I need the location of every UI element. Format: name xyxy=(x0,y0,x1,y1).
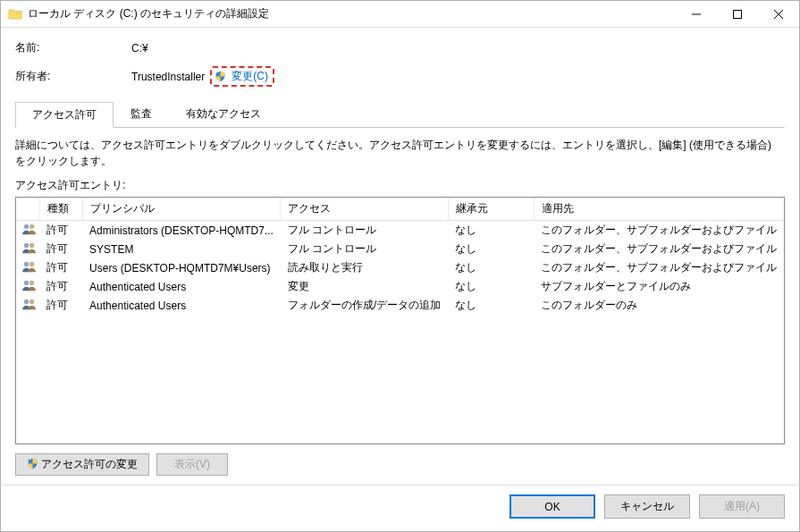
permission-entry-row[interactable]: 許可Administrators (DESKTOP-HQMTD7...フル コン… xyxy=(16,221,784,241)
change-owner-label: 変更(C) xyxy=(232,69,268,84)
maximize-button[interactable] xyxy=(717,1,758,28)
shield-icon xyxy=(215,71,226,82)
cell-type: 許可 xyxy=(39,221,82,241)
permission-entry-row[interactable]: 許可Authenticated Usersフォルダーの作成/データの追加なしこの… xyxy=(16,296,784,315)
ok-button[interactable]: OK xyxy=(509,494,595,519)
tab-effective-access[interactable]: 有効なアクセス xyxy=(169,101,278,127)
users-icon xyxy=(21,298,36,310)
cell-type: 許可 xyxy=(39,240,82,258)
svg-point-8 xyxy=(29,281,34,285)
dialog-footer: OK キャンセル 適用(A) xyxy=(1,486,799,531)
svg-point-5 xyxy=(24,262,29,266)
cell-access: フル コントロール xyxy=(281,240,448,258)
owner-label: 所有者: xyxy=(15,69,131,84)
cell-inherited: なし xyxy=(448,221,534,241)
cancel-button[interactable]: キャンセル xyxy=(604,494,690,519)
header-row: 種類 プリンシパル アクセス 継承元 適用先 xyxy=(16,198,784,221)
cell-principal: Administrators (DESKTOP-HQMTD7... xyxy=(82,221,281,241)
action-row: アクセス許可の変更 表示(V) xyxy=(15,453,785,476)
col-access[interactable]: アクセス xyxy=(281,198,448,221)
advanced-security-window: ローカル ディスク (C:) のセキュリティの詳細設定 名前: C:¥ 所有者:… xyxy=(0,0,800,532)
cell-inherited: なし xyxy=(448,258,534,277)
apply-button[interactable]: 適用(A) xyxy=(699,494,785,519)
name-value: C:¥ xyxy=(131,42,148,55)
minimize-button[interactable] xyxy=(676,1,717,28)
cell-applies: このフォルダー、サブフォルダーおよびファイル xyxy=(534,240,784,258)
col-applies[interactable]: 適用先 xyxy=(534,198,784,221)
owner-value: TrustedInstaller xyxy=(131,71,205,83)
col-icon[interactable] xyxy=(16,198,39,221)
cell-applies: このフォルダー、サブフォルダーおよびファイル xyxy=(534,258,784,277)
cell-applies: このフォルダーのみ xyxy=(534,296,784,315)
titlebar: ローカル ディスク (C:) のセキュリティの詳細設定 xyxy=(1,1,799,28)
tab-auditing[interactable]: 監査 xyxy=(114,101,169,127)
col-inherited[interactable]: 継承元 xyxy=(448,198,534,221)
svg-point-4 xyxy=(29,243,34,248)
tabstrip: アクセス許可 監査 有効なアクセス xyxy=(15,101,785,128)
change-owner-highlight: 変更(C) xyxy=(210,66,274,87)
entries-label: アクセス許可エントリ: xyxy=(15,178,785,193)
cell-inherited: なし xyxy=(448,240,534,258)
users-icon xyxy=(21,223,36,235)
svg-point-9 xyxy=(24,300,29,304)
cell-principal: SYSTEM xyxy=(82,240,281,258)
cell-inherited: なし xyxy=(448,277,534,296)
permission-entry-row[interactable]: 許可Users (DESKTOP-HQMTD7M¥Users)読み取りと実行なし… xyxy=(16,258,784,277)
permission-entry-row[interactable]: 許可Authenticated Users変更なしサブフォルダーとファイルのみ xyxy=(16,277,784,296)
close-button[interactable] xyxy=(758,1,799,28)
cell-access: フォルダーの作成/データの追加 xyxy=(281,296,448,315)
name-label: 名前: xyxy=(15,40,131,55)
change-permissions-button[interactable]: アクセス許可の変更 xyxy=(15,453,149,476)
cell-type: 許可 xyxy=(39,258,82,277)
svg-point-1 xyxy=(24,224,29,229)
folder-icon xyxy=(8,7,22,21)
svg-point-3 xyxy=(24,243,29,248)
cell-access: フル コントロール xyxy=(281,221,448,241)
users-icon xyxy=(21,241,36,254)
window-title: ローカル ディスク (C:) のセキュリティの詳細設定 xyxy=(28,6,269,21)
permission-entries-list[interactable]: 種類 プリンシパル アクセス 継承元 適用先 許可Administrators … xyxy=(15,197,785,444)
svg-rect-0 xyxy=(734,10,742,18)
cell-inherited: なし xyxy=(448,296,534,315)
cell-type: 許可 xyxy=(39,296,82,315)
tab-permissions[interactable]: アクセス許可 xyxy=(15,102,114,128)
users-icon xyxy=(21,260,36,273)
content-area: 名前: C:¥ 所有者: TrustedInstaller xyxy=(1,28,799,479)
users-icon xyxy=(21,279,36,291)
svg-point-6 xyxy=(29,262,34,266)
cell-principal: Authenticated Users xyxy=(82,277,281,296)
cell-type: 許可 xyxy=(39,277,82,296)
cell-access: 読み取りと実行 xyxy=(281,258,448,277)
tabpane-permissions: 詳細については、アクセス許可エントリをダブルクリックしてください。アクセス許可エ… xyxy=(15,128,785,479)
cell-applies: サブフォルダーとファイルのみ xyxy=(534,277,784,296)
col-type[interactable]: 種類 xyxy=(39,198,82,221)
permission-entry-row[interactable]: 許可SYSTEMフル コントロールなしこのフォルダー、サブフォルダーおよびファイ… xyxy=(16,240,784,258)
instruction-text: 詳細については、アクセス許可エントリをダブルクリックしてください。アクセス許可エ… xyxy=(15,137,785,169)
shield-icon xyxy=(27,458,38,469)
view-button[interactable]: 表示(V) xyxy=(156,453,228,476)
svg-point-7 xyxy=(24,281,29,285)
cell-access: 変更 xyxy=(281,277,448,296)
name-row: 名前: C:¥ xyxy=(15,40,785,55)
change-owner-link[interactable]: 変更(C) xyxy=(215,69,268,84)
owner-row: 所有者: TrustedInstaller 変更(C) xyxy=(15,66,785,87)
svg-point-2 xyxy=(29,224,34,229)
col-principal[interactable]: プリンシパル xyxy=(82,198,281,221)
cell-applies: このフォルダー、サブフォルダーおよびファイル xyxy=(534,221,784,241)
cell-principal: Users (DESKTOP-HQMTD7M¥Users) xyxy=(82,258,281,277)
cell-principal: Authenticated Users xyxy=(82,296,281,315)
svg-point-10 xyxy=(29,300,34,304)
